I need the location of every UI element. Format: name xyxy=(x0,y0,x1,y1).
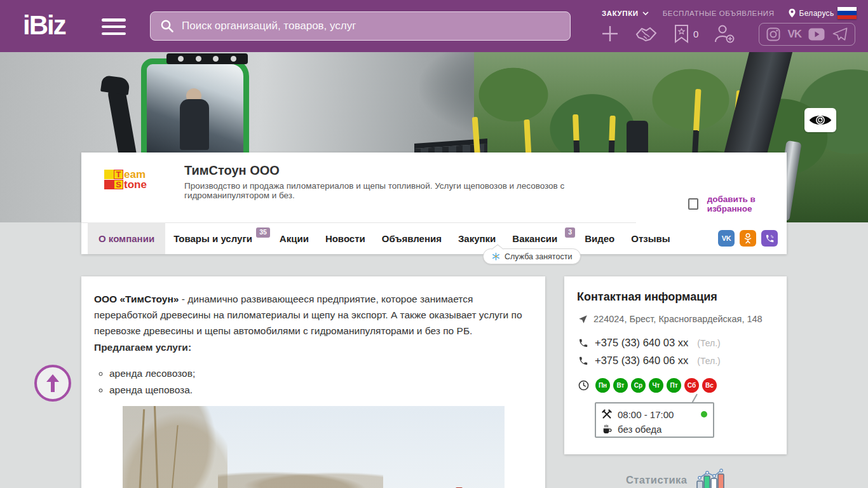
company-card: T eam S tone ТимСтоун ООО Производство и… xyxy=(81,152,787,254)
top-link-country[interactable]: Беларусь xyxy=(789,8,834,18)
list-item: аренда лесовозов; xyxy=(109,365,532,381)
partners-button[interactable] xyxy=(634,24,658,43)
phone-type: (Тел.) xyxy=(697,338,720,348)
youtube-icon[interactable] xyxy=(808,28,825,41)
about-paragraph: ООО «ТимСтоун» - динамично развивающееся… xyxy=(94,291,532,339)
tab-news[interactable]: Новости xyxy=(317,222,374,254)
tab-products[interactable]: Товары и услуги35 xyxy=(165,222,271,254)
day-badge[interactable]: Вс xyxy=(702,378,717,393)
hamburger-menu-icon[interactable] xyxy=(102,18,126,35)
company-logo: T eam S tone xyxy=(100,161,154,215)
clock-icon xyxy=(578,380,589,391)
working-hours: 08:00 - 17:00 xyxy=(618,409,674,420)
top-links: ЗАКУПКИ БЕСПЛАТНЫЕ ОБЪЯВЛЕНИЯ Беларусь xyxy=(602,8,834,18)
about-section: ООО «ТимСтоун» - динамично развивающееся… xyxy=(81,276,545,488)
services-list: аренда лесовозов; аренда щеповоза. xyxy=(109,365,532,398)
navigation-arrow-icon xyxy=(578,315,588,324)
services-heading: Предлагаем услуги: xyxy=(94,339,532,355)
scroll-to-top-button[interactable] xyxy=(34,365,71,402)
company-photo xyxy=(123,406,505,488)
viber-icon[interactable] xyxy=(761,230,778,247)
company-name: ТимСтоун ООО xyxy=(184,163,280,178)
header-social-links: VK xyxy=(759,23,855,46)
favorite-checkbox[interactable] xyxy=(688,198,698,210)
add-company-button[interactable] xyxy=(601,25,619,43)
chevron-down-icon xyxy=(642,11,649,15)
lunch-info: без обеда xyxy=(618,424,661,435)
phone-number[interactable]: +375 (33) 640 06 xx xyxy=(595,355,688,367)
phone-icon xyxy=(578,338,588,348)
language-flag-russia[interactable] xyxy=(837,7,857,19)
statistics-link[interactable]: Статистика xyxy=(626,468,726,488)
site-logo[interactable]: iBiz xyxy=(23,10,65,41)
tools-icon xyxy=(602,409,612,419)
tab-badge: 35 xyxy=(256,227,270,238)
weekday-badges: Пн Вт Ср Чт Пт Сб Вс xyxy=(595,378,717,393)
plus-icon xyxy=(601,25,619,43)
telegram-icon[interactable] xyxy=(832,27,848,41)
bookmark-star-icon xyxy=(674,24,689,43)
company-tabs: О компании Товары и услуги35 Акции Новос… xyxy=(88,222,679,254)
search-input[interactable] xyxy=(182,20,561,32)
top-link-free-ads[interactable]: БЕСПЛАТНЫЕ ОБЪЯВЛЕНИЯ xyxy=(663,10,775,17)
favorites-button[interactable]: 0 xyxy=(674,24,698,43)
company-address: 224024, Брест, Красногвардейская, 148 xyxy=(593,314,763,324)
vk-icon[interactable]: VK xyxy=(718,230,735,247)
header: iBiz ЗАКУПКИ БЕСПЛАТНЫЕ ОБЪЯВЛЕНИЯ Белар… xyxy=(0,0,868,52)
snowflake-icon xyxy=(492,252,500,261)
working-hours-popup: 08:00 - 17:00 без обеда xyxy=(595,402,714,438)
employment-service-chip[interactable]: Служба занятости xyxy=(483,248,581,264)
tab-about[interactable]: О компании xyxy=(88,222,165,254)
header-action-icons: 0 xyxy=(601,24,735,44)
person-add-icon xyxy=(714,24,735,44)
odnoklassniki-icon[interactable] xyxy=(740,230,756,247)
tab-ads[interactable]: Объявления xyxy=(374,222,450,254)
phone-row[interactable]: +375 (33) 640 03 xx (Тел.) xyxy=(578,337,721,349)
contact-title: Контактная информация xyxy=(577,290,774,304)
top-link-zakupki[interactable]: ЗАКУПКИ xyxy=(602,10,649,17)
eye-icon xyxy=(808,112,832,128)
contact-info-card: Контактная информация 224024, Брест, Кра… xyxy=(564,276,787,454)
vk-icon[interactable]: VK xyxy=(788,28,802,41)
search-bar xyxy=(150,11,571,41)
favorites-count: 0 xyxy=(693,29,698,39)
open-now-indicator xyxy=(701,411,707,417)
phone-row[interactable]: +375 (33) 640 06 xx (Тел.) xyxy=(578,355,721,367)
accessibility-eye-button[interactable] xyxy=(804,108,836,132)
search-icon xyxy=(159,18,175,34)
day-badge[interactable]: Ср xyxy=(631,378,646,393)
tab-reviews[interactable]: Отзывы xyxy=(623,222,678,254)
list-item: аренда щеповоза. xyxy=(109,382,532,398)
phone-number[interactable]: +375 (33) 640 03 xx xyxy=(595,337,688,349)
tab-badge: 3 xyxy=(565,227,575,238)
day-badge[interactable]: Сб xyxy=(684,378,699,393)
location-pin-icon xyxy=(789,8,796,18)
address-row: 224024, Брест, Красногвардейская, 148 xyxy=(578,314,763,324)
company-description: Производство и продажа пиломатериалов и … xyxy=(184,181,648,200)
tab-video[interactable]: Видео xyxy=(576,222,623,254)
day-badge[interactable]: Пн xyxy=(595,378,610,393)
day-badge[interactable]: Чт xyxy=(649,378,663,393)
add-to-favorites[interactable]: добавить в избранное xyxy=(688,194,787,214)
coffee-cup-icon xyxy=(602,424,612,434)
instagram-icon[interactable] xyxy=(766,27,780,41)
day-badge[interactable]: Пт xyxy=(667,378,681,393)
day-badge[interactable]: Вт xyxy=(613,378,628,393)
tab-promotions[interactable]: Акции xyxy=(271,222,317,254)
working-days-row: Пн Вт Ср Чт Пт Сб Вс xyxy=(578,378,717,393)
register-button[interactable] xyxy=(714,24,735,44)
chart-icon xyxy=(695,468,726,488)
arrow-up-icon xyxy=(44,373,61,393)
phone-icon xyxy=(578,356,588,366)
company-social-links: VK xyxy=(718,230,778,247)
handshake-icon xyxy=(634,24,658,43)
phone-type: (Тел.) xyxy=(697,356,720,366)
